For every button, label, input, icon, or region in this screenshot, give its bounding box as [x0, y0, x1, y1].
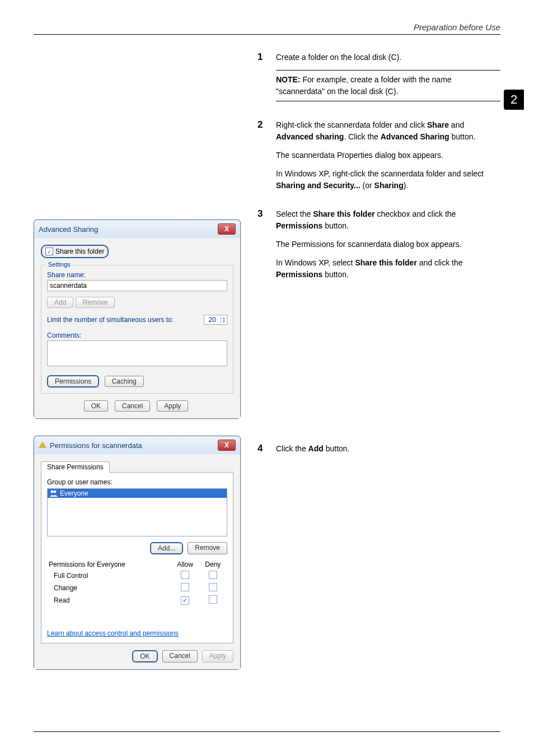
cancel-button[interactable]: Cancel	[162, 650, 198, 662]
permissions-button[interactable]: Permissions	[47, 375, 99, 388]
apply-button[interactable]: Apply	[157, 400, 188, 412]
permissions-dialog: Permissions for scannerdata X Share Perm…	[34, 436, 241, 670]
comments-label: Comments:	[47, 332, 227, 339]
ok-button[interactable]: OK	[84, 400, 108, 412]
svg-point-0	[51, 491, 54, 493]
settings-group-label: Settings	[46, 261, 73, 268]
limit-users-stepper[interactable]: 20 ▲▼	[204, 315, 227, 325]
svg-point-1	[54, 491, 57, 493]
limit-users-label: Limit the number of simultaneous users t…	[47, 316, 174, 324]
step-number: 1	[257, 52, 268, 109]
share-name-label: Share name:	[47, 271, 227, 279]
step-text: Click the Add button.	[276, 443, 350, 455]
cancel-button[interactable]: Cancel	[115, 400, 150, 412]
user-list[interactable]: Everyone	[47, 488, 227, 536]
deny-change-checkbox[interactable]	[209, 583, 217, 591]
checkbox-icon: ✓	[45, 248, 53, 255]
list-item[interactable]: Everyone	[48, 489, 227, 498]
perm-change: Change	[48, 582, 170, 594]
tab-share-permissions[interactable]: Share Permissions	[41, 461, 110, 473]
step-text: Right-click the scannerdata folder and c…	[276, 119, 500, 143]
close-icon[interactable]: X	[218, 223, 236, 235]
note-box: NOTE: For example, create a folder with …	[276, 70, 500, 101]
everyone-item: Everyone	[60, 489, 88, 497]
security-icon	[39, 441, 46, 449]
close-icon[interactable]: X	[218, 440, 236, 451]
deny-full-checkbox[interactable]	[209, 571, 217, 579]
step-number: 3	[257, 208, 268, 287]
limit-users-value: 20	[204, 315, 221, 324]
chevron-down-icon[interactable]: ▼	[221, 320, 227, 323]
page-header: Preparation before Use	[414, 22, 500, 32]
step-text: In Windows XP, select Share this folder …	[276, 257, 500, 281]
caching-button[interactable]: Caching	[105, 376, 144, 387]
allow-full-checkbox[interactable]	[181, 571, 189, 579]
allow-header: Allow	[171, 560, 198, 569]
step-number: 4	[257, 443, 268, 461]
add-user-button[interactable]: Add...	[150, 542, 183, 554]
note-text: For example, create a folder with the na…	[276, 75, 452, 96]
allow-change-checkbox[interactable]	[181, 583, 189, 591]
users-icon	[50, 490, 58, 497]
dialog-title: Advanced Sharing	[39, 225, 98, 234]
step-text: Select the Share this folder checkbox an…	[276, 208, 500, 232]
advanced-sharing-dialog: Advanced Sharing X ✓ Share this folder S…	[34, 220, 241, 419]
step-text: The Permissions for scannerdata dialog b…	[276, 239, 500, 250]
perm-read: Read	[48, 595, 170, 606]
remove-share-button[interactable]: Remove	[76, 297, 115, 308]
perm-for-label: Permissions for Everyone	[48, 560, 170, 569]
permissions-table: Permissions for Everyone Allow Deny Full…	[47, 559, 227, 607]
step-text: In Windows XP, right-click the scannerda…	[276, 168, 500, 192]
note-label: NOTE:	[276, 75, 301, 84]
step-number: 2	[257, 119, 268, 198]
step-text: The scannerdata Properties dialog box ap…	[276, 150, 500, 161]
allow-read-checkbox[interactable]: ✓	[181, 596, 189, 605]
add-share-button[interactable]: Add	[47, 297, 73, 308]
deny-header: Deny	[200, 560, 226, 569]
step-text: Create a folder on the local disk (C).	[276, 52, 500, 63]
share-name-input[interactable]: scannerdata	[47, 280, 227, 291]
apply-button[interactable]: Apply	[202, 650, 233, 662]
dialog-title: Permissions for scannerdata	[50, 441, 142, 450]
perm-full-control: Full Control	[48, 570, 170, 581]
comments-input[interactable]	[47, 340, 227, 366]
learn-link[interactable]: Learn about access control and permissio…	[47, 629, 227, 637]
chapter-tab: 2	[504, 90, 524, 110]
group-names-label: Group or user names:	[47, 478, 227, 486]
deny-read-checkbox[interactable]	[209, 595, 217, 604]
share-folder-checkbox[interactable]: ✓ Share this folder	[41, 245, 109, 258]
share-folder-label: Share this folder	[55, 248, 104, 255]
remove-user-button[interactable]: Remove	[188, 542, 227, 554]
ok-button[interactable]: OK	[132, 650, 157, 662]
